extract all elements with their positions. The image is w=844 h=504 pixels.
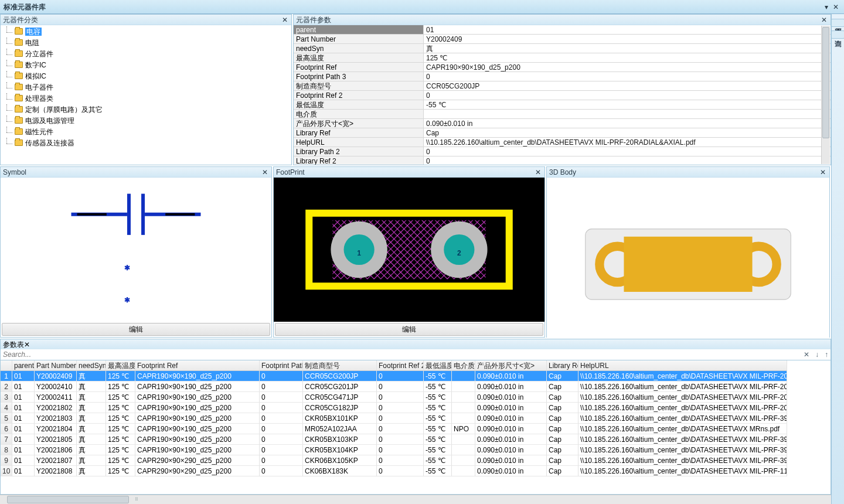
table-cell[interactable]: -55 ℃: [424, 434, 452, 445]
table-cell[interactable]: \\10.185.226.160\altium_center_db\DATASH…: [578, 392, 787, 403]
table-cell[interactable]: 0.090±0.010 in: [475, 466, 547, 476]
table-cell[interactable]: 0.090±0.010 in: [475, 413, 547, 424]
table-cell[interactable]: [452, 403, 475, 413]
table-cell[interactable]: 真: [77, 392, 106, 403]
arrow-down-icon[interactable]: ↓: [815, 350, 819, 359]
scrollbar-horizontal[interactable]: ⠿: [0, 495, 831, 504]
table-cell[interactable]: [452, 371, 475, 382]
table-cell[interactable]: 0: [377, 413, 424, 424]
table-cell[interactable]: 01: [12, 371, 35, 382]
property-row[interactable]: Library RefCap: [294, 128, 831, 138]
table-cell[interactable]: 01: [12, 466, 35, 476]
table-cell[interactable]: -55 ℃: [424, 382, 452, 392]
symbol-edit-button[interactable]: 编辑: [2, 323, 270, 336]
table-cell[interactable]: -55 ℃: [424, 371, 452, 382]
table-cell[interactable]: 01: [12, 382, 35, 392]
column-header[interactable]: Footprint Ref: [135, 360, 260, 371]
column-header[interactable]: 制造商型号: [303, 360, 377, 371]
row-number[interactable]: 4: [1, 403, 12, 413]
table-cell[interactable]: Y20002410: [35, 382, 77, 392]
table-cell[interactable]: 0: [377, 455, 424, 466]
table-cell[interactable]: \\10.185.226.160\altium_center_db\DATASH…: [578, 445, 787, 455]
footprint-viewer[interactable]: 1 2: [274, 178, 544, 322]
clear-icon[interactable]: ✕: [804, 350, 809, 359]
column-header[interactable]: 产品外形尺寸<宽>: [475, 360, 547, 371]
column-header[interactable]: Footprint Path 3: [260, 360, 303, 371]
table-cell[interactable]: Y20002411: [35, 392, 77, 403]
table-cell[interactable]: 0.090±0.010 in: [475, 434, 547, 445]
column-header[interactable]: Part Number: [35, 360, 77, 371]
table-cell[interactable]: 0.090±0.010 in: [475, 371, 547, 382]
table-cell[interactable]: 125 ℃: [106, 382, 135, 392]
table-cell[interactable]: NPO: [452, 424, 475, 434]
property-row[interactable]: Footprint RefCAPR190×90×190_d25_p200: [294, 63, 831, 72]
table-cell[interactable]: \\10.185.226.160\altium_center_db\DATASH…: [578, 382, 787, 392]
tree-item[interactable]: 磁性元件: [6, 127, 290, 138]
search-input[interactable]: [3, 350, 804, 359]
table-cell[interactable]: [452, 413, 475, 424]
table-cell[interactable]: 0.090±0.010 in: [475, 445, 547, 455]
column-header[interactable]: HelpURL: [578, 360, 787, 371]
table-cell[interactable]: 125 ℃: [106, 371, 135, 382]
table-cell[interactable]: 125 ℃: [106, 455, 135, 466]
panel-close-icon[interactable]: ✕: [281, 15, 289, 25]
table-cell[interactable]: CKR05BX104KP: [303, 445, 377, 455]
table-cell[interactable]: \\10.185.226.160\altium_center_db\DATASH…: [578, 403, 787, 413]
param-table[interactable]: parentPart NumberneedSyn最高温度Footprint Re…: [0, 360, 831, 495]
property-row[interactable]: 电介质: [294, 110, 831, 119]
table-cell[interactable]: [452, 455, 475, 466]
table-cell[interactable]: CCR05CG200JP: [303, 371, 377, 382]
table-cell[interactable]: [452, 392, 475, 403]
table-cell[interactable]: CKR06BX105KP: [303, 455, 377, 466]
table-cell[interactable]: 0: [260, 371, 303, 382]
table-cell[interactable]: CAPR190×90×190_d25_p200: [135, 413, 260, 424]
table-cell[interactable]: CKR05BX103KP: [303, 434, 377, 445]
table-cell[interactable]: 0: [260, 424, 303, 434]
row-number[interactable]: 7: [1, 434, 12, 445]
property-row[interactable]: 最低温度-55 ℃: [294, 100, 831, 110]
tree-item[interactable]: 电源及电源管理: [6, 115, 290, 127]
column-header[interactable]: 电介质: [452, 360, 475, 371]
table-cell[interactable]: CAPR190×90×190_d25_p200: [135, 434, 260, 445]
tree-item[interactable]: 定制（厚膜电路）及其它: [6, 104, 290, 115]
table-cell[interactable]: 0: [377, 424, 424, 434]
table-cell[interactable]: 01: [12, 392, 35, 403]
table-cell[interactable]: -55 ℃: [424, 466, 452, 476]
table-cell[interactable]: 0: [260, 445, 303, 455]
table-cell[interactable]: \\10.185.226.160\altium_center_db\DATASH…: [578, 424, 787, 434]
property-row[interactable]: Footprint Path 30: [294, 72, 831, 81]
table-cell[interactable]: Cap: [547, 434, 578, 445]
row-number[interactable]: 6: [1, 424, 12, 434]
property-row[interactable]: 产品外形尺寸<宽>0.090±0.010 in: [294, 119, 831, 128]
table-cell[interactable]: -55 ℃: [424, 413, 452, 424]
table-cell[interactable]: -55 ℃: [424, 445, 452, 455]
property-row[interactable]: Part NumberY20002409: [294, 35, 831, 44]
property-row[interactable]: parent01: [294, 25, 831, 35]
table-cell[interactable]: \\10.185.226.160\altium_center_db\DATASH…: [578, 455, 787, 466]
body3d-viewer[interactable]: [547, 178, 829, 351]
table-cell[interactable]: Y20021802: [35, 403, 77, 413]
table-cell[interactable]: Cap: [547, 403, 578, 413]
table-cell[interactable]: 真: [77, 424, 106, 434]
table-cell[interactable]: 01: [12, 413, 35, 424]
table-cell[interactable]: 真: [77, 445, 106, 455]
tree-item[interactable]: 传感器及连接器: [6, 138, 290, 149]
table-cell[interactable]: -55 ℃: [424, 403, 452, 413]
table-cell[interactable]: \\10.185.226.160\altium_center_db\DATASH…: [578, 434, 787, 445]
table-cell[interactable]: CAPR290×90×290_d25_p200: [135, 455, 260, 466]
table-cell[interactable]: 125 ℃: [106, 466, 135, 476]
column-header[interactable]: Footprint Ref 2: [377, 360, 424, 371]
table-cell[interactable]: 0: [377, 392, 424, 403]
table-cell[interactable]: 0: [377, 382, 424, 392]
table-cell[interactable]: 0: [377, 434, 424, 445]
table-cell[interactable]: 真: [77, 434, 106, 445]
table-cell[interactable]: 0: [260, 403, 303, 413]
panel-close-icon[interactable]: ✕: [819, 167, 827, 178]
table-cell[interactable]: Y20021808: [35, 466, 77, 476]
panel-close-icon[interactable]: ✕: [820, 15, 828, 25]
table-cell[interactable]: CCR05CG471JP: [303, 392, 377, 403]
table-cell[interactable]: CAPR190×90×190_d25_p200: [135, 445, 260, 455]
column-header[interactable]: Library Ref: [547, 360, 578, 371]
row-number[interactable]: 1: [1, 371, 12, 382]
table-cell[interactable]: 真: [77, 455, 106, 466]
